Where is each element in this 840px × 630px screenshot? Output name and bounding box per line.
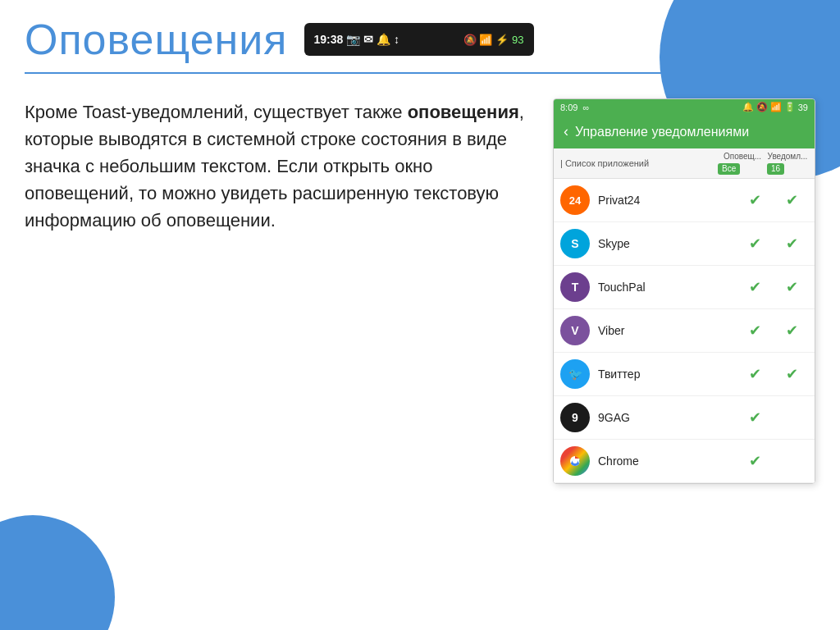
app-icon-chrome <box>560 446 590 476</box>
app-icon-skype: S <box>560 229 590 258</box>
phone-battery: 39 <box>798 103 808 112</box>
app-row: 🐦 Твиттер ✔ ✔ <box>554 353 815 396</box>
status-icons: 🔕 📶 ⚡ 93 <box>463 34 524 46</box>
text-bold: оповещения <box>408 102 519 122</box>
app-name-chrome: Chrome <box>598 454 734 468</box>
app-row: V Viber ✔ ✔ <box>554 309 815 353</box>
phone-table-header: | Список приложений Оповещ... Все Уведом… <box>554 148 815 179</box>
check-opos-touchpal: ✔ <box>734 278 775 296</box>
phone-header-title: Управление уведомлениями <box>575 125 749 139</box>
app-name-9gag: 9GAG <box>598 411 734 424</box>
filter-all-btn[interactable]: Все <box>718 163 740 175</box>
check-opos-privat24: ✔ <box>734 191 775 209</box>
body-text: Кроме Toast-уведомлений, существует такж… <box>25 98 528 484</box>
app-row: Chrome ✔ <box>554 440 815 483</box>
phone-time: 8:09 <box>560 103 578 112</box>
app-row: 24 Privat24 ✔ ✔ <box>554 179 815 222</box>
main-content: Кроме Toast-уведомлений, существует такж… <box>0 90 840 500</box>
app-row: T TouchPal ✔ ✔ <box>554 266 815 309</box>
header-divider <box>25 72 815 74</box>
phone-icons: 🔔 🔕 📶 🔋 <box>742 102 796 112</box>
col-uved-header: Уведомл... 16 <box>767 152 808 175</box>
check-opos-viber: ✔ <box>734 322 775 340</box>
app-icon-privat24: 24 <box>560 185 590 215</box>
app-name-viber: Viber <box>598 324 734 337</box>
app-row: 9 9GAG ✔ <box>554 396 815 440</box>
phone-mockup: 8:09 ∞ 🔔 🔕 📶 🔋 39 ‹ Управление уведомлен… <box>553 98 815 484</box>
check-opos-skype: ✔ <box>734 235 775 253</box>
status-bar-mockup: 19:38 📷 ✉ 🔔 ↕ 🔕 📶 ⚡ 93 <box>304 23 534 56</box>
check-uved-privat24: ✔ <box>775 191 808 209</box>
phone-header: ‹ Управление уведомлениями <box>554 115 815 148</box>
app-name-touchpal: TouchPal <box>598 281 734 294</box>
app-icon-touchpal: T <box>560 272 590 302</box>
bg-bottom-circle <box>0 515 115 630</box>
filter-active-btn[interactable]: 16 <box>767 163 784 175</box>
check-uved-touchpal: ✔ <box>775 278 808 296</box>
app-name-skype: Skype <box>598 237 734 250</box>
app-list: 24 Privat24 ✔ ✔ S Skype ✔ ✔ T TouchPal ✔… <box>554 179 815 483</box>
check-opos-9gag: ✔ <box>734 409 775 427</box>
check-uved-twitter: ✔ <box>775 365 808 383</box>
col-opos-header: Оповещ... Все <box>718 152 767 175</box>
page-title: Оповещения <box>25 15 288 64</box>
phone-status-right: 🔔 🔕 📶 🔋 39 <box>742 102 808 112</box>
app-name-twitter: Твиттер <box>598 368 734 381</box>
chrome-logo-svg <box>567 453 583 469</box>
check-opos-chrome: ✔ <box>734 452 775 470</box>
app-icon-twitter: 🐦 <box>560 359 590 389</box>
phone-status-bar: 8:09 ∞ 🔔 🔕 📶 🔋 39 <box>554 99 815 115</box>
svg-point-1 <box>573 459 578 463</box>
text-intro: Кроме Toast-уведомлений, существует такж… <box>25 102 408 122</box>
app-row: S Skype ✔ ✔ <box>554 222 815 266</box>
app-icon-9gag: 9 <box>560 403 590 432</box>
check-uved-skype: ✔ <box>775 235 808 253</box>
battery-level: 93 <box>512 34 523 46</box>
app-name-privat24: Privat24 <box>598 194 734 207</box>
check-uved-viber: ✔ <box>775 322 808 340</box>
phone-infinity: ∞ <box>582 103 589 112</box>
app-icon-viber: V <box>560 316 590 345</box>
status-time: 19:38 📷 ✉ 🔔 ↕ <box>314 33 399 46</box>
col-app-list-label: | Список приложений <box>560 158 718 168</box>
phone-status-left: 8:09 ∞ <box>560 103 589 112</box>
check-opos-twitter: ✔ <box>734 365 775 383</box>
header: Оповещения 19:38 📷 ✉ 🔔 ↕ 🔕 📶 ⚡ 93 <box>0 0 840 72</box>
back-button[interactable]: ‹ <box>564 123 568 140</box>
